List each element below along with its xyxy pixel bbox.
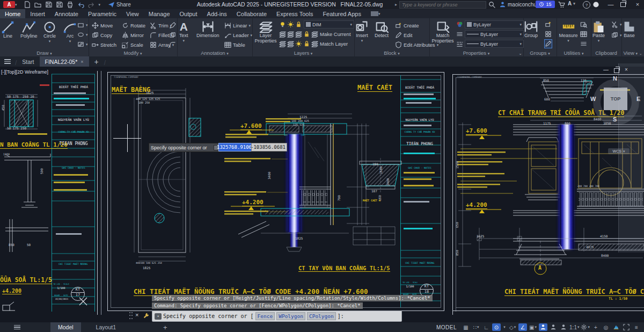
ungroup-icon[interactable]: [545, 20, 552, 28]
search-input[interactable]: [400, 2, 486, 8]
isodraft-toggle[interactable]: ◇▾: [508, 323, 517, 331]
layer-lock-icon[interactable]: [295, 20, 302, 28]
tab-home[interactable]: Home: [0, 9, 25, 18]
move-button[interactable]: Move: [92, 21, 113, 30]
ellipse-button[interactable]: ▾: [77, 31, 88, 39]
tab-close-icon[interactable]: ×: [80, 59, 83, 64]
text-button[interactable]: AText▾: [179, 20, 188, 43]
viewcube-north[interactable]: N: [613, 75, 617, 82]
graphics-performance-button[interactable]: [612, 323, 620, 331]
viewport-minimize[interactable]: —: [603, 67, 609, 73]
dynamic-input-x[interactable]: 1325768.9106: [218, 143, 253, 151]
match-layer-button[interactable]: Match Layer: [311, 40, 348, 48]
osnap-tracking-toggle[interactable]: ∠: [518, 323, 527, 331]
drawing-canvas[interactable]: [-][Top][2D Wireframe]: [0, 67, 644, 322]
annotation-scale-button[interactable]: [559, 323, 568, 331]
autodesk-app-menu[interactable]: A▾: [568, 1, 575, 6]
commandline-drag-handle[interactable]: [129, 312, 133, 320]
annotation-visibility-toggle[interactable]: [539, 323, 547, 331]
viewcube-top-face[interactable]: TOP: [604, 88, 627, 110]
new-tab-button[interactable]: +: [89, 56, 104, 67]
layout-menu-icon[interactable]: [0, 322, 26, 332]
search-icon[interactable]: [488, 1, 495, 8]
copy-clip-icon[interactable]: ▾: [611, 31, 622, 39]
tab-insert[interactable]: Insert: [25, 9, 50, 18]
scale-button[interactable]: Scale: [122, 41, 143, 49]
search-collapse-icon[interactable]: ▸: [395, 2, 397, 7]
workspace-gear-button[interactable]: ▾: [581, 323, 590, 331]
logo-dropdown-icon[interactable]: ▾: [15, 3, 17, 7]
polar-tracking-toggle[interactable]: ⊙: [492, 323, 501, 331]
tab-parametric[interactable]: Parametric: [83, 9, 121, 18]
tab-manage[interactable]: Manage: [144, 9, 175, 18]
qat-customize-icon[interactable]: ▾: [99, 3, 101, 7]
wcs-dropdown[interactable]: WCS▾: [608, 148, 630, 154]
viewcube-west[interactable]: W: [590, 96, 596, 102]
cut-icon[interactable]: ▾: [611, 20, 622, 28]
hatch-button[interactable]: ▾: [77, 40, 88, 48]
viewcube-east[interactable]: E: [636, 96, 640, 102]
arc-button[interactable]: Arc▾: [63, 20, 77, 44]
layer-unlock-icon[interactable]: [303, 40, 310, 48]
osnap-toggle[interactable]: ▣▾: [529, 323, 537, 331]
save-icon[interactable]: [45, 1, 52, 8]
rectangle-button[interactable]: ▾: [77, 21, 88, 29]
saveas-icon[interactable]: [56, 1, 63, 8]
base-button[interactable]: Base: [623, 20, 636, 39]
model-space-indicator[interactable]: MODEL: [436, 324, 457, 330]
layer-lock2-icon[interactable]: [303, 30, 310, 38]
new-icon[interactable]: [24, 1, 31, 8]
ortho-toggle[interactable]: ∟: [482, 323, 491, 331]
properties-launcher-icon[interactable]: ⌄: [518, 51, 522, 56]
make-current-button[interactable]: Make Current: [311, 30, 351, 38]
trial-days-badge[interactable]: 15: [536, 1, 555, 8]
circle-button[interactable]: Circle▾: [43, 20, 56, 44]
option-fence[interactable]: Fence: [255, 312, 275, 320]
lineweight-icon[interactable]: [456, 30, 463, 38]
leader-button[interactable]: Leader▾: [224, 31, 252, 39]
snap-toggle[interactable]: ∷▾: [472, 323, 480, 331]
annotation-scale-value[interactable]: 1:1▾: [569, 323, 579, 331]
grid-toggle[interactable]: ▦: [462, 323, 470, 331]
viewcube-south[interactable]: S: [613, 116, 617, 122]
linear-button[interactable]: Linear▾: [224, 21, 251, 30]
layout1-tab[interactable]: Layout1: [89, 322, 123, 332]
tab-annotate[interactable]: Annotate: [50, 9, 83, 18]
copy-button[interactable]: Copy: [92, 31, 112, 39]
draw-panel-label[interactable]: Draw ▾: [0, 50, 89, 56]
annotation-autoscale-toggle[interactable]: [549, 323, 558, 331]
layer-properties-button[interactable]: Layer Properties: [254, 20, 277, 44]
insert-button[interactable]: Insert▾: [355, 20, 369, 43]
cart-icon[interactable]: [558, 1, 565, 8]
tab-featured-apps[interactable]: Featured Apps: [318, 9, 366, 18]
linetype-icon[interactable]: [456, 40, 463, 48]
viewcube[interactable]: N W E S TOP: [590, 76, 642, 128]
stretch-button[interactable]: Stretch: [92, 41, 116, 49]
model-tab[interactable]: Model: [50, 322, 81, 332]
layer-thaw2-icon[interactable]: [295, 40, 302, 48]
layers-panel-label[interactable]: Layers ▾: [252, 50, 354, 56]
id-point-icon[interactable]: [580, 40, 587, 48]
layer-unisolate-icon[interactable]: [287, 40, 294, 48]
share-button[interactable]: Share: [108, 1, 131, 8]
minimize-button[interactable]: —: [605, 0, 616, 9]
table-button[interactable]: Table: [224, 41, 245, 49]
help-button[interactable]: ?: [583, 1, 590, 9]
dimension-button[interactable]: Dimension: [196, 20, 219, 39]
layer-off-icon[interactable]: [279, 30, 286, 38]
plot-icon[interactable]: [67, 1, 74, 8]
measure-button[interactable]: Measure▾: [558, 20, 579, 43]
layer-on-icon[interactable]: [279, 20, 286, 28]
block-panel-label[interactable]: Block ▾: [354, 50, 429, 56]
tab-output[interactable]: Output: [175, 9, 202, 18]
detect-button[interactable]: Detect: [375, 20, 389, 39]
tab-collaborate[interactable]: Collaborate: [232, 9, 272, 18]
tab-start[interactable]: Start: [17, 56, 39, 67]
viewport-restore[interactable]: [614, 68, 619, 73]
rotate-button[interactable]: Rotate: [122, 21, 145, 30]
paste-button[interactable]: Paste▾: [592, 20, 605, 43]
utilities-panel-label[interactable]: Utilities ▾: [557, 50, 591, 56]
properties-panel-label[interactable]: Properties ▾: [429, 50, 523, 56]
annotation-panel-label[interactable]: Annotation ▾: [177, 50, 252, 56]
object-color-dropdown[interactable]: ByLayer▾: [465, 20, 524, 28]
